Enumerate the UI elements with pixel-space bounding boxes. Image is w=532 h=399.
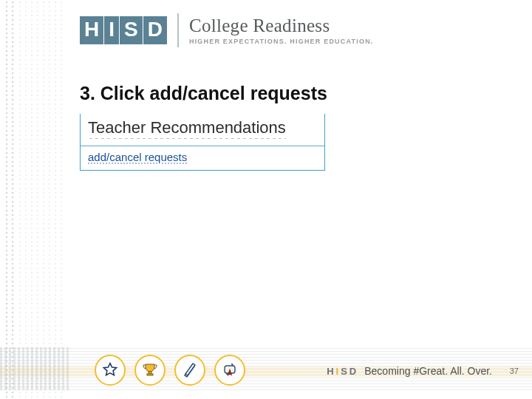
header-logo: H I S D College Readiness HIGHER EXPECTA…: [80, 13, 374, 47]
logo-title: College Readiness: [189, 16, 374, 36]
panel-link-row: add/cancel requests: [81, 146, 324, 170]
footer: HISD Becoming #Great. All. Over. 37: [0, 346, 532, 390]
step-heading: 3. Click add/cancel requests: [80, 83, 327, 104]
panel-title-row: Teacher Recommendations: [81, 114, 324, 141]
logo-letter: H: [80, 16, 103, 44]
decor-vbar: [30, 0, 34, 399]
footer-text: HISD Becoming #Great. All. Over.: [327, 365, 492, 377]
footer-slogan: Becoming #Great. All. Over.: [364, 365, 492, 377]
decor-vbar: [35, 0, 40, 399]
decor-vbar: [4, 0, 9, 399]
logo-letter: S: [120, 16, 143, 44]
decor-vbar: [18, 0, 22, 399]
decor-vbar: [24, 0, 28, 399]
recommendations-panel: Teacher Recommendations add/cancel reque…: [80, 114, 325, 171]
pencils-icon: [174, 355, 205, 386]
panel-title: Teacher Recommendations: [88, 118, 286, 139]
svg-rect-2: [147, 374, 153, 375]
footer-hisd-mark: HISD: [327, 366, 358, 377]
decor-vbar: [41, 0, 46, 399]
page-number: 37: [510, 366, 519, 375]
logo-tagline: HIGHER EXPECTATIONS. HIGHER EDUCATION.: [189, 38, 374, 45]
decor-vbar: [10, 0, 15, 399]
footer-badges: [95, 355, 245, 386]
add-cancel-requests-link[interactable]: add/cancel requests: [88, 151, 187, 163]
logo-text: College Readiness HIGHER EXPECTATIONS. H…: [189, 16, 374, 45]
trophy-icon: [134, 355, 166, 386]
star-icon: [95, 355, 126, 386]
scroll-icon: [214, 355, 245, 386]
decor-vbar: [47, 0, 52, 399]
logo-letter: I: [104, 16, 119, 44]
decor-vbar: [59, 0, 64, 399]
logo-divider: [177, 13, 179, 47]
decor-vbar: [53, 0, 58, 399]
logo-letter: D: [143, 16, 167, 44]
hisd-block-logo: H I S D: [80, 16, 167, 44]
